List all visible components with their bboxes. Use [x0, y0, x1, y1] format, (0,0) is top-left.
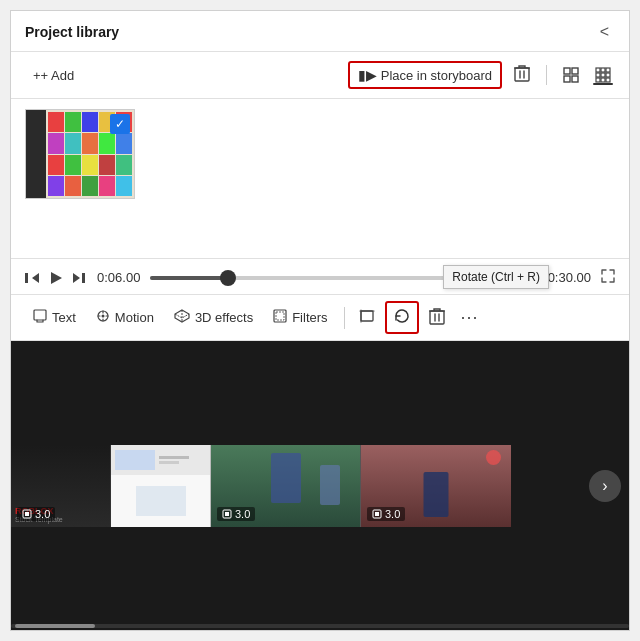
delete-media-button[interactable]	[510, 60, 534, 90]
timeline-strip-container: ROBLOX Stock Template 3.0	[11, 341, 629, 630]
text-button[interactable]: Text	[25, 305, 84, 330]
svg-point-21	[101, 315, 104, 318]
svg-rect-2	[572, 68, 578, 74]
rotate-tooltip: Rotate (Ctrl + R)	[443, 265, 549, 289]
svg-rect-6	[601, 68, 605, 72]
more-options-button[interactable]: ···	[455, 303, 485, 332]
play-button[interactable]	[49, 271, 63, 285]
svg-rect-13	[606, 78, 610, 82]
edit-toolbar: Text Motion 3D effects	[11, 295, 629, 341]
delete-clip-button[interactable]	[423, 303, 451, 332]
svg-rect-10	[606, 73, 610, 77]
text-tool-icon	[33, 309, 47, 326]
svg-marker-14	[32, 273, 39, 283]
next-strip-button[interactable]: ›	[589, 470, 621, 502]
timeline-item-3[interactable]: 3.0	[211, 445, 361, 527]
timeline-scrollbar-thumb[interactable]	[15, 624, 95, 628]
crop-icon	[359, 309, 375, 326]
svg-rect-12	[601, 78, 605, 82]
project-library-title: Project library	[25, 24, 119, 40]
svg-rect-19	[34, 310, 46, 320]
add-button[interactable]: + + Add	[25, 64, 82, 87]
svg-rect-1	[564, 68, 570, 74]
svg-rect-27	[25, 512, 29, 516]
header: Project library <	[11, 11, 629, 52]
toolbar-separator	[546, 65, 547, 85]
library-content-area: ✓	[11, 99, 629, 259]
svg-marker-16	[51, 272, 62, 284]
rewind-button[interactable]	[25, 271, 39, 285]
timeline-item-1[interactable]: ROBLOX Stock Template 3.0	[11, 445, 111, 527]
svg-rect-31	[375, 512, 379, 516]
text-label: Text	[52, 310, 76, 325]
timeline-item-4[interactable]: 3.0	[361, 445, 511, 527]
filters-button[interactable]: Filters	[265, 305, 335, 330]
3d-effects-label: 3D effects	[195, 310, 253, 325]
svg-marker-17	[73, 273, 80, 283]
place-in-storyboard-button[interactable]: ▮▶ Place in storyboard	[348, 61, 502, 89]
grid-large-button[interactable]	[591, 63, 615, 87]
svg-rect-24	[361, 311, 373, 321]
3d-effects-button[interactable]: 3D effects	[166, 305, 261, 330]
motion-icon	[96, 309, 110, 326]
media-thumbnail[interactable]: ✓	[25, 109, 135, 199]
3d-effects-icon	[174, 309, 190, 326]
svg-rect-15	[25, 273, 28, 283]
more-icon: ···	[461, 307, 479, 328]
svg-rect-4	[572, 76, 578, 82]
motion-button[interactable]: Motion	[88, 305, 162, 330]
trash-clip-icon	[429, 307, 445, 328]
badge-1: 3.0	[17, 507, 55, 521]
library-toolbar: + + Add ▮▶ Place in storyboard	[11, 52, 629, 99]
step-forward-button[interactable]	[73, 271, 87, 285]
svg-rect-8	[596, 73, 600, 77]
expand-button[interactable]	[601, 269, 615, 286]
motion-label: Motion	[115, 310, 154, 325]
svg-rect-7	[606, 68, 610, 72]
rotate-button[interactable]	[385, 301, 419, 334]
filters-icon	[273, 309, 287, 326]
svg-rect-5	[596, 68, 600, 72]
edit-separator	[344, 307, 345, 329]
progress-thumb[interactable]	[220, 270, 236, 286]
place-label: Place in storyboard	[381, 68, 492, 83]
badge-4: 3.0	[367, 507, 405, 521]
plus-icon: +	[33, 68, 41, 83]
crop-button[interactable]	[353, 305, 381, 330]
trash-icon	[514, 64, 530, 86]
svg-rect-11	[596, 78, 600, 82]
rotate-icon	[393, 307, 411, 328]
selected-checkmark: ✓	[110, 114, 130, 134]
app-container: Project library < + + Add ▮▶ Place in st…	[10, 10, 630, 631]
svg-rect-18	[82, 273, 85, 283]
add-label: + Add	[41, 68, 75, 83]
svg-rect-0	[515, 68, 529, 81]
svg-rect-3	[564, 76, 570, 82]
progress-fill	[150, 276, 227, 280]
svg-rect-23	[276, 312, 284, 320]
filters-label: Filters	[292, 310, 327, 325]
svg-rect-25	[430, 311, 444, 324]
timeline-scrollbar-track[interactable]	[11, 624, 629, 628]
current-time: 0:06.00	[97, 270, 140, 285]
storyboard-icon: ▮▶	[358, 67, 377, 83]
total-time: 0:30.00	[548, 270, 591, 285]
timeline-item-2[interactable]	[111, 445, 211, 527]
close-panel-button[interactable]: <	[594, 21, 615, 43]
svg-rect-29	[225, 512, 229, 516]
grid-small-button[interactable]	[559, 63, 583, 87]
svg-rect-9	[601, 73, 605, 77]
badge-3: 3.0	[217, 507, 255, 521]
